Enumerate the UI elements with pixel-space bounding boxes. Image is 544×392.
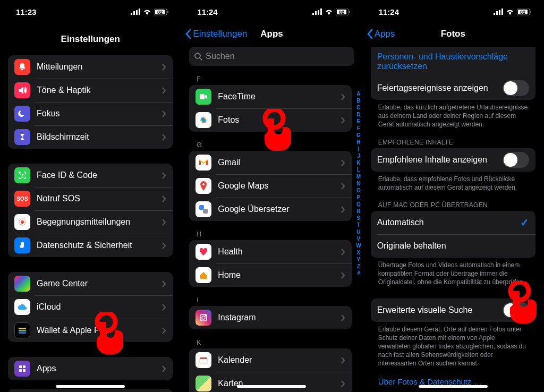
wifi-icon xyxy=(325,8,333,15)
alpha-index[interactable]: ABCDEFGHIJKLMNOPQRSTUVWXYZ# xyxy=(356,90,361,277)
page-title: Einstellungen xyxy=(61,34,120,45)
row-toene[interactable]: Töne & Haptik xyxy=(8,79,173,102)
row-kalender[interactable]: Kalender xyxy=(189,348,351,372)
row-fokus[interactable]: Fokus xyxy=(8,102,173,125)
index-letter[interactable]: C xyxy=(356,104,361,111)
row-apps[interactable]: Apps xyxy=(8,357,173,380)
row-bildschirmzeit[interactable]: Bildschirmzeit xyxy=(8,125,173,149)
row-exposure[interactable]: Begegnungsmitteilungen xyxy=(8,210,173,234)
search-input[interactable]: Suchen xyxy=(189,47,354,66)
evs-toggle[interactable] xyxy=(503,302,529,318)
settings-content[interactable]: Mitteilungen Töne & Haptik Fokus Bildsch… xyxy=(0,50,181,392)
index-letter[interactable]: Y xyxy=(356,256,361,263)
row-faceid[interactable]: Face ID & Code xyxy=(8,164,173,187)
row-privacy[interactable]: Datenschutz & Sicherheit xyxy=(8,234,173,257)
row-karten[interactable]: Karten xyxy=(189,372,351,392)
gamecenter-icon xyxy=(14,276,30,292)
row-sos[interactable]: SOS Notruf SOS xyxy=(8,187,173,210)
chevron-right-icon xyxy=(341,314,345,321)
holiday-toggle[interactable] xyxy=(503,80,529,96)
section-header-g: G xyxy=(197,141,344,149)
svg-rect-5 xyxy=(167,11,168,13)
googlemaps-icon xyxy=(196,178,211,194)
index-letter[interactable]: D xyxy=(356,111,361,118)
row-facetime[interactable]: FaceTime xyxy=(189,85,351,108)
row-transfer-orig[interactable]: Originale behalten xyxy=(371,234,536,258)
row-health[interactable]: Health xyxy=(189,240,351,263)
row-icloud[interactable]: iCloud xyxy=(8,295,173,319)
hourglass-icon xyxy=(14,129,30,145)
index-letter[interactable]: E xyxy=(356,118,361,125)
home-indicator[interactable] xyxy=(419,385,488,388)
index-letter[interactable]: U xyxy=(356,228,361,235)
index-letter[interactable]: P xyxy=(356,194,361,201)
chevron-right-icon xyxy=(162,64,166,71)
index-letter[interactable]: G xyxy=(356,132,361,139)
back-button[interactable]: Apps xyxy=(367,29,395,39)
row-home[interactable]: Home xyxy=(189,263,351,287)
row-gmail[interactable]: Gmail xyxy=(189,151,351,174)
index-letter[interactable]: M xyxy=(356,173,361,180)
index-letter[interactable]: H xyxy=(356,139,361,146)
back-button[interactable]: Einstellungen xyxy=(185,29,247,39)
group-g: Gmail Google Maps Google Übersetzer xyxy=(189,151,351,221)
index-letter[interactable]: O xyxy=(356,187,361,194)
sos-icon: SOS xyxy=(14,191,30,207)
row-transfer-auto[interactable]: Automatisch ✓ xyxy=(371,211,536,234)
chevron-right-icon xyxy=(162,242,166,249)
featured-toggle[interactable] xyxy=(503,152,529,168)
svg-text:82: 82 xyxy=(520,10,525,15)
apps-content[interactable]: F FaceTime Fotos G Gmail Google Maps xyxy=(181,66,362,392)
row-translate[interactable]: Google Übersetzer xyxy=(189,198,351,221)
index-letter[interactable]: F xyxy=(356,125,361,132)
index-letter[interactable]: X xyxy=(356,249,361,256)
index-letter[interactable]: N xyxy=(356,180,361,187)
index-letter[interactable]: # xyxy=(356,270,361,277)
row-label: Gmail xyxy=(218,158,341,167)
row-label: Kalender xyxy=(218,355,341,365)
row-instagram[interactable]: Instagram xyxy=(189,306,351,329)
index-letter[interactable]: B xyxy=(356,97,361,104)
row-label: iCloud xyxy=(37,302,162,312)
status-bar: 11:24 82 xyxy=(181,0,362,23)
index-letter[interactable]: L xyxy=(356,166,361,173)
row-googlemaps[interactable]: Google Maps xyxy=(189,174,351,198)
row-label: Google Maps xyxy=(218,181,341,191)
home-indicator[interactable] xyxy=(237,385,306,388)
svg-rect-23 xyxy=(349,11,350,13)
group-notifications: Mitteilungen Töne & Haptik Fokus Bildsch… xyxy=(8,55,173,149)
facetime-icon xyxy=(196,89,211,105)
index-letter[interactable]: A xyxy=(356,90,361,97)
row-entwicklung[interactable]: Entwicklung xyxy=(8,389,173,392)
row-gamecenter[interactable]: Game Center xyxy=(8,272,173,295)
reset-people-link[interactable]: Personen- und Haustiervorschläge zurücks… xyxy=(371,47,536,76)
index-letter[interactable]: I xyxy=(356,146,361,152)
row-fotos[interactable]: Fotos xyxy=(189,108,351,132)
chevron-right-icon xyxy=(341,249,345,255)
index-letter[interactable]: Q xyxy=(356,201,361,208)
status-right: 82 xyxy=(494,8,532,15)
svg-rect-34 xyxy=(203,209,208,214)
index-letter[interactable]: V xyxy=(356,235,361,242)
home-indicator[interactable] xyxy=(56,385,125,388)
row-evs: Erweiterte visuelle Suche xyxy=(371,299,536,322)
row-mitteilungen[interactable]: Mitteilungen xyxy=(8,55,173,79)
index-letter[interactable]: Z xyxy=(356,263,361,270)
index-letter[interactable]: W xyxy=(356,242,361,249)
index-letter[interactable]: T xyxy=(356,221,361,228)
svg-point-32 xyxy=(202,183,205,185)
svg-rect-19 xyxy=(315,11,317,15)
row-label: Mitteilungen xyxy=(37,62,162,72)
index-letter[interactable]: J xyxy=(356,152,361,159)
svg-rect-2 xyxy=(136,10,138,15)
row-label: Feiertagsereignisse anzeigen xyxy=(377,83,503,93)
chevron-right-icon xyxy=(162,134,166,141)
index-letter[interactable]: R xyxy=(356,208,361,215)
row-label: Notruf SOS xyxy=(37,194,162,203)
row-wallet[interactable]: Wallet & Apple Pay xyxy=(8,319,173,342)
fotos-content[interactable]: Personen- und Haustiervorschläge zurücks… xyxy=(363,45,543,386)
svg-point-26 xyxy=(195,53,200,58)
index-letter[interactable]: S xyxy=(356,215,361,221)
chevron-right-icon xyxy=(341,93,345,100)
index-letter[interactable]: K xyxy=(356,159,361,166)
